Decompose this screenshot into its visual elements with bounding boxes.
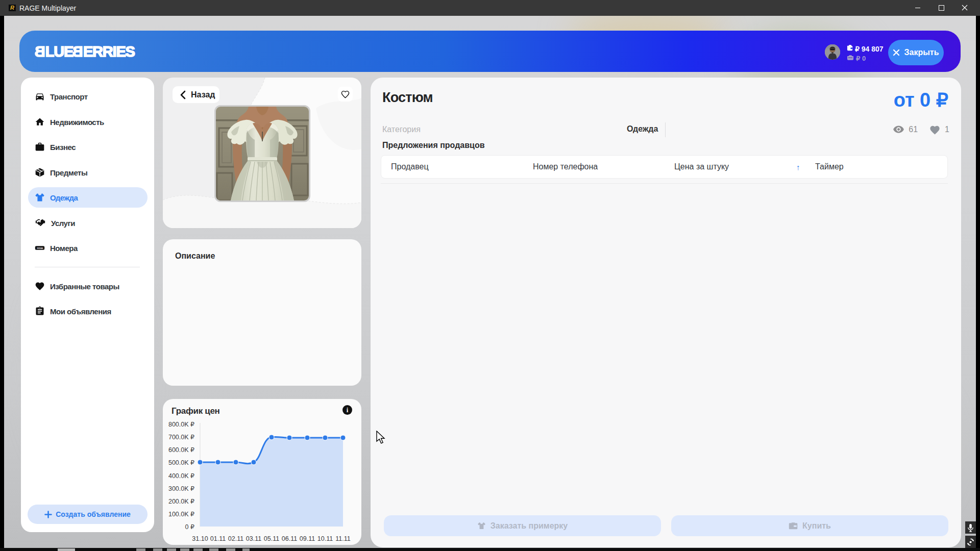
svg-text:400.0K ₽: 400.0K ₽: [168, 472, 194, 480]
svg-text:01.11: 01.11: [210, 535, 226, 542]
svg-text:200.0K ₽: 200.0K ₽: [168, 498, 194, 505]
svg-text:05.11: 05.11: [264, 535, 279, 542]
svg-text:03.11: 03.11: [246, 535, 261, 542]
svg-text:10.11: 10.11: [317, 535, 333, 542]
svg-text:31.10: 31.10: [192, 535, 208, 542]
svg-text:02.11: 02.11: [228, 535, 243, 542]
svg-text:XYZ 000: XYZ 000: [37, 247, 43, 249]
svg-text:500.0K ₽: 500.0K ₽: [168, 459, 194, 466]
svg-text:800.0K ₽: 800.0K ₽: [168, 421, 194, 428]
svg-text:600.0K ₽: 600.0K ₽: [168, 446, 194, 454]
svg-text:06.11: 06.11: [282, 535, 297, 542]
svg-text:11.11: 11.11: [335, 535, 350, 542]
svg-text:09.11: 09.11: [300, 535, 315, 542]
svg-text:700.0K ₽: 700.0K ₽: [168, 434, 194, 441]
svg-text:0 ₽: 0 ₽: [185, 523, 194, 531]
svg-text:300.0K ₽: 300.0K ₽: [168, 485, 194, 492]
svg-text:100.0K ₽: 100.0K ₽: [168, 511, 194, 518]
